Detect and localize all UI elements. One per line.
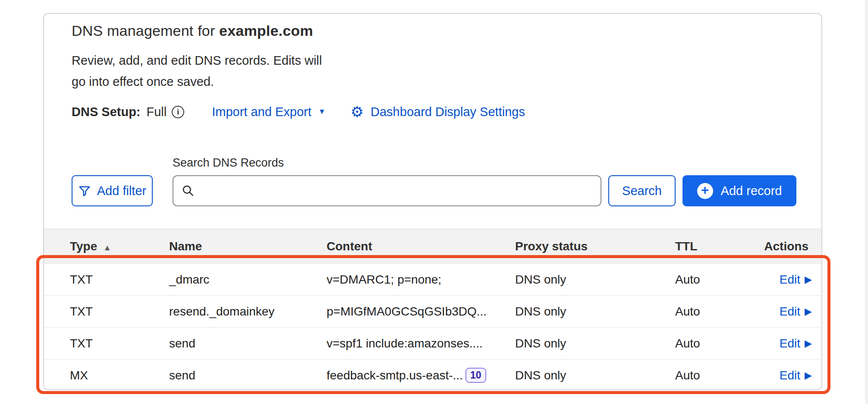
edit-label: Edit — [780, 305, 800, 319]
search-button-label: Search — [622, 184, 662, 198]
edit-record-button[interactable]: Edit ▶ — [780, 273, 815, 287]
table-row: TXT send v=spf1 include:amazonses.... DN… — [44, 327, 821, 359]
sort-ascending-icon: ▲ — [103, 243, 111, 252]
column-header-content[interactable]: Content — [327, 240, 515, 253]
cell-name: resend._domainkey — [169, 305, 327, 319]
import-export-link[interactable]: Import and Export ▼ — [212, 105, 325, 119]
edit-arrow-icon: ▶ — [805, 275, 812, 284]
scrollbar[interactable] — [865, 0, 868, 404]
edit-arrow-icon: ▶ — [805, 307, 812, 316]
add-filter-button[interactable]: Add filter — [72, 175, 153, 206]
priority-badge: 10 — [465, 368, 486, 383]
dns-management-card: DNS management for example.com Review, a… — [43, 13, 822, 390]
search-icon — [181, 184, 195, 198]
cell-name: _dmarc — [169, 273, 327, 287]
edit-arrow-icon: ▶ — [805, 371, 812, 380]
cell-content: feedback-smtp.us-east-... 10 — [327, 368, 515, 383]
subtitle-line-2: go into effect once saved. — [72, 71, 322, 92]
column-header-proxy-status[interactable]: Proxy status — [515, 240, 675, 253]
record-content-text: v=spf1 include:amazonses.... — [327, 337, 483, 350]
filter-funnel-icon — [78, 184, 91, 197]
domain-name: example.com — [219, 22, 313, 39]
table-row: TXT resend._domainkey p=MIGfMA0GCSqGSIb3… — [44, 295, 821, 327]
cell-type: MX — [70, 369, 169, 382]
add-record-button[interactable]: + Add record — [682, 175, 796, 206]
info-icon[interactable]: i — [172, 106, 184, 118]
record-content-text: p=MIGfMA0GCSqGSIb3DQ... — [327, 305, 487, 319]
column-header-name[interactable]: Name — [169, 240, 327, 253]
column-header-actions: Actions — [764, 240, 815, 253]
add-filter-label: Add filter — [97, 184, 146, 198]
plus-icon: + — [697, 183, 713, 199]
edit-record-button[interactable]: Edit ▶ — [780, 305, 815, 319]
cell-name: send — [169, 337, 327, 350]
dns-setup-row: DNS Setup: Full i Import and Export ▼ ⚙ … — [72, 104, 525, 119]
add-record-label: Add record — [721, 184, 782, 198]
edit-label: Edit — [780, 273, 800, 287]
column-header-type[interactable]: Type▲ — [70, 240, 169, 253]
search-dns-records-label: Search DNS Records — [173, 156, 284, 170]
record-content-text: v=DMARC1; p=none; — [327, 273, 441, 287]
cell-ttl: Auto — [675, 273, 780, 287]
dns-records-table: Type▲ Name Content Proxy status TTL Acti… — [44, 229, 821, 390]
import-export-label: Import and Export — [212, 105, 311, 119]
search-input-container — [173, 175, 601, 206]
subtitle-line-1: Review, add, and edit DNS records. Edits… — [72, 50, 322, 71]
edit-arrow-icon: ▶ — [805, 339, 812, 348]
cell-ttl: Auto — [675, 369, 780, 382]
cell-name: send — [169, 369, 327, 382]
table-row: TXT _dmarc v=DMARC1; p=none; DNS only Au… — [44, 263, 821, 295]
column-header-ttl[interactable]: TTL — [675, 240, 764, 253]
dashboard-display-settings-link[interactable]: ⚙ Dashboard Display Settings — [351, 104, 525, 119]
cell-content: v=DMARC1; p=none; — [327, 273, 515, 287]
table-rows: TXT _dmarc v=DMARC1; p=none; DNS only Au… — [44, 263, 821, 390]
page-title: DNS management for example.com — [72, 22, 313, 39]
search-button[interactable]: Search — [608, 175, 676, 206]
edit-record-button[interactable]: Edit ▶ — [780, 369, 815, 382]
edit-label: Edit — [780, 337, 800, 350]
edit-label: Edit — [780, 369, 800, 382]
page-title-prefix: DNS management for — [72, 22, 219, 39]
record-content-text: feedback-smtp.us-east-... — [327, 369, 463, 382]
cell-ttl: Auto — [675, 305, 780, 319]
cell-proxy-status: DNS only — [515, 337, 675, 350]
edit-record-button[interactable]: Edit ▶ — [780, 337, 815, 350]
cell-type: TXT — [70, 305, 169, 319]
cell-content: v=spf1 include:amazonses.... — [327, 337, 515, 350]
chevron-down-icon: ▼ — [318, 107, 326, 116]
table-row: MX send feedback-smtp.us-east-... 10 DNS… — [44, 359, 821, 390]
dns-setup-value: Full — [147, 105, 167, 119]
gear-icon: ⚙ — [351, 104, 364, 119]
cell-type: TXT — [70, 273, 169, 287]
cell-content: p=MIGfMA0GCSqGSIb3DQ... — [327, 305, 515, 319]
cell-ttl: Auto — [675, 337, 780, 350]
cell-proxy-status: DNS only — [515, 305, 675, 319]
cell-proxy-status: DNS only — [515, 369, 675, 382]
dns-setup-label: DNS Setup: — [72, 105, 141, 119]
cell-proxy-status: DNS only — [515, 273, 675, 287]
page-subtitle: Review, add, and edit DNS records. Edits… — [72, 50, 322, 92]
cell-type: TXT — [70, 337, 169, 350]
dashboard-display-settings-label: Dashboard Display Settings — [371, 105, 525, 119]
table-header-row: Type▲ Name Content Proxy status TTL Acti… — [44, 229, 821, 263]
search-input[interactable] — [201, 176, 593, 205]
